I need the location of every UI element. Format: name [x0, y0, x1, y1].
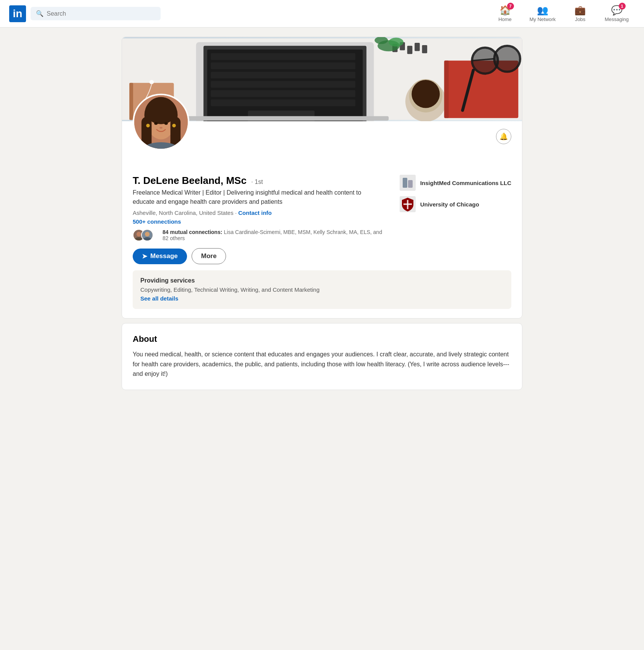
svg-rect-54	[403, 178, 407, 188]
navbar: in 🔍 🏠 7 Home 👥 My Network 💼 Jobs 💬	[0, 0, 644, 28]
nav-item-home[interactable]: 🏠 7 Home	[490, 2, 520, 25]
svg-rect-22	[422, 45, 428, 53]
svg-rect-8	[211, 90, 355, 97]
home-badge: 7	[507, 3, 514, 10]
message-button[interactable]: ➤ Message	[133, 249, 187, 264]
bell-icon: 🔔	[499, 132, 508, 141]
svg-point-48	[137, 232, 141, 236]
svg-rect-53	[400, 175, 416, 191]
svg-rect-7	[211, 81, 355, 88]
services-list: Copywriting, Editing, Technical Writing,…	[140, 286, 504, 293]
svg-point-30	[495, 47, 519, 71]
mutual-connections-text: 84 mutual connections: Lisa Cardinale-Sc…	[163, 229, 384, 241]
mutual-avatars	[133, 229, 153, 241]
profile-name: T. DeLene Beeland, MSc	[133, 175, 247, 186]
svg-rect-5	[211, 62, 355, 69]
svg-rect-55	[408, 180, 413, 188]
profile-card: 🔔 T. DeLene Beeland, MSc · 1st Freelance…	[122, 37, 522, 318]
svg-point-44	[146, 124, 150, 127]
svg-rect-4	[211, 53, 355, 60]
profile-name-row: T. DeLene Beeland, MSc · 1st Freelance M…	[133, 175, 511, 264]
my-network-label: My Network	[530, 16, 556, 22]
mutual-connections: 84 mutual connections: Lisa Cardinale-Sc…	[133, 229, 384, 241]
svg-point-42	[164, 122, 168, 125]
messaging-icon: 💬 1	[611, 5, 623, 16]
svg-rect-6	[211, 72, 355, 78]
company-item-uchicago[interactable]: University of Chicago	[400, 196, 511, 212]
services-title: Providing services	[140, 277, 504, 284]
nav-item-my-network[interactable]: 👥 My Network	[524, 2, 562, 25]
svg-rect-20	[407, 46, 413, 54]
nav-items: 🏠 7 Home 👥 My Network 💼 Jobs 💬 1 Messagi…	[490, 2, 635, 25]
svg-rect-58	[403, 203, 412, 205]
svg-point-41	[154, 122, 158, 125]
search-icon: 🔍	[36, 10, 44, 17]
svg-point-51	[145, 232, 150, 236]
connection-level: · 1st	[251, 179, 263, 185]
profile-name-heading: T. DeLene Beeland, MSc · 1st	[133, 175, 384, 187]
company-item-insightmed[interactable]: InsightMed Communications LLC	[400, 175, 511, 191]
search-input[interactable]	[47, 10, 155, 17]
profile-companies: InsightMed Communications LLC	[400, 175, 511, 212]
about-title: About	[133, 334, 511, 344]
svg-point-29	[473, 49, 497, 73]
my-network-icon: 👥	[537, 5, 548, 16]
nav-item-jobs[interactable]: 💼 Jobs	[565, 2, 595, 25]
avatar	[133, 94, 189, 150]
page-content: 🔔 T. DeLene Beeland, MSc · 1st Freelance…	[115, 37, 529, 390]
profile-main: T. DeLene Beeland, MSc · 1st Freelance M…	[133, 175, 511, 309]
profile-name-left: T. DeLene Beeland, MSc · 1st Freelance M…	[133, 175, 384, 264]
profile-info-area: 🔔 T. DeLene Beeland, MSc · 1st Freelance…	[122, 121, 522, 318]
svg-point-32	[389, 38, 403, 47]
home-label: Home	[498, 16, 512, 22]
messaging-badge: 1	[619, 3, 626, 10]
insightmed-name: InsightMed Communications LLC	[420, 180, 511, 186]
jobs-icon: 💼	[574, 5, 586, 16]
home-icon: 🏠 7	[499, 5, 511, 16]
see-all-details-link[interactable]: See all details	[140, 295, 178, 302]
contact-info-link[interactable]: Contact info	[238, 210, 272, 216]
uchicago-logo	[400, 196, 416, 212]
nav-item-messaging[interactable]: 💬 1 Messaging	[598, 2, 635, 25]
svg-point-17	[411, 80, 440, 108]
svg-point-45	[172, 124, 176, 127]
bell-area: 🔔	[133, 127, 511, 144]
bell-button[interactable]: 🔔	[496, 129, 511, 144]
insightmed-logo	[400, 175, 416, 191]
svg-rect-21	[415, 43, 420, 51]
send-icon: ➤	[142, 252, 147, 260]
profile-actions: ➤ Message More	[133, 248, 384, 264]
avatar-wrapper	[133, 94, 189, 150]
svg-point-43	[159, 127, 163, 129]
about-text: You need medical, health, or science con…	[133, 349, 511, 379]
services-card: Providing services Copywriting, Editing,…	[133, 270, 511, 309]
profile-location: Asheville, North Carolina, United States…	[133, 210, 384, 216]
uchicago-name: University of Chicago	[420, 201, 479, 208]
svg-rect-11	[181, 116, 389, 121]
about-card: About You need medical, health, or scien…	[122, 323, 522, 390]
svg-point-40	[146, 102, 176, 124]
mutual-avatar-2	[141, 229, 153, 241]
search-bar[interactable]: 🔍	[31, 7, 161, 20]
profile-headline: Freelance Medical Writer | Editor | Deli…	[133, 188, 362, 206]
svg-rect-24	[444, 61, 449, 118]
svg-rect-9	[211, 99, 355, 106]
connections-link[interactable]: 500+ connections	[133, 218, 181, 225]
linkedin-logo[interactable]: in	[9, 5, 26, 22]
jobs-label: Jobs	[575, 16, 585, 22]
more-button[interactable]: More	[192, 248, 226, 264]
messaging-label: Messaging	[605, 16, 629, 22]
svg-point-14	[150, 80, 154, 84]
